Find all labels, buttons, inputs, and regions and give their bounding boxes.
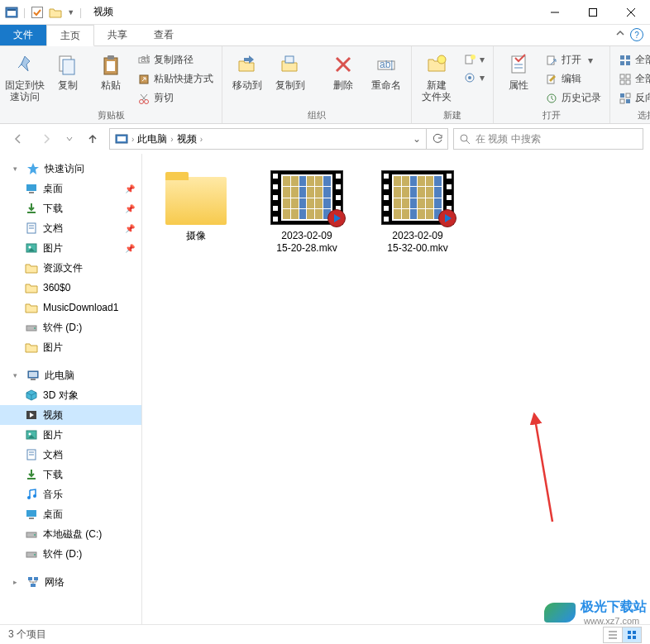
breadcrumb-videos[interactable]: 视频 — [174, 132, 200, 146]
selectall-icon — [619, 54, 632, 67]
search-input[interactable]: 在 视频 中搜索 — [453, 128, 643, 150]
forward-button[interactable] — [35, 129, 58, 149]
sidebar-item-label: 图片 — [43, 241, 63, 255]
tree-thispc[interactable]: ▾ 此电脑 — [0, 365, 141, 385]
collapse-ribbon-button[interactable] — [615, 28, 625, 38]
video-file-item[interactable]: 2023-02-09 15-32-00.mkv — [372, 170, 463, 255]
sidebar-item[interactable]: 下载 — [0, 465, 141, 484]
sidebar-item[interactable]: 文档 — [0, 445, 141, 465]
checkbox-icon[interactable] — [31, 6, 44, 19]
paste-shortcut-button[interactable]: 粘贴快捷方式 — [134, 70, 217, 88]
delete-button[interactable]: 删除 — [323, 48, 363, 91]
newfolder-button[interactable]: 新建 文件夹 — [417, 48, 456, 103]
properties-icon — [505, 51, 532, 78]
newitem-button[interactable]: ▾ — [460, 51, 488, 68]
tree-network[interactable]: ▸ 网络 — [0, 572, 141, 592]
svg-rect-64 — [31, 379, 36, 380]
sidebar-item[interactable]: 桌面📌 — [0, 179, 141, 198]
chevron-down-icon[interactable]: ▾ — [13, 371, 22, 379]
sidebar-item[interactable]: MusicDownload1 — [0, 298, 141, 317]
breadcrumb-sep[interactable]: › — [200, 135, 203, 144]
close-button[interactable] — [612, 0, 650, 25]
breadcrumb-root[interactable] — [112, 133, 131, 145]
breadcrumb-pc[interactable]: 此电脑 — [134, 132, 170, 146]
icons-view-button[interactable] — [622, 627, 642, 643]
download-icon — [25, 468, 38, 481]
sidebar-item[interactable]: 图片📌 — [0, 238, 141, 258]
svg-rect-46 — [620, 99, 624, 103]
details-view-button[interactable] — [603, 627, 623, 643]
svg-rect-11 — [108, 55, 114, 60]
sidebar-item[interactable]: 音乐 — [0, 484, 141, 504]
svg-rect-90 — [628, 636, 631, 639]
rename-button[interactable]: ab| 重命名 — [366, 48, 406, 91]
3d-icon — [25, 389, 38, 402]
document-icon — [25, 222, 38, 235]
cut-button[interactable]: 剪切 — [134, 89, 217, 107]
tab-file[interactable]: 文件 — [0, 25, 46, 45]
sidebar-item[interactable]: 图片 — [0, 337, 141, 357]
file-list[interactable]: 摄像2023-02-09 15-20-28.mkv2023-02-09 15-3… — [142, 154, 650, 624]
newitem-icon — [463, 53, 476, 66]
folder-item[interactable]: 摄像 — [151, 170, 241, 242]
ribbon-group-organize: 移动到 复制到 删除 ab| 重命名 组织 — [222, 46, 412, 123]
sidebar-item[interactable]: 文档📌 — [0, 218, 141, 238]
sidebar-item[interactable]: 软件 (D:) — [0, 544, 141, 564]
sidebar-item[interactable]: 桌面 — [0, 504, 141, 524]
sidebar-item-label: 下载 — [43, 468, 63, 482]
addressbar[interactable]: › 此电脑 › 视频 › ⌄ — [109, 128, 427, 150]
ribbon: 固定到快 速访问 复制 粘贴 abc复制路径 粘贴快捷方式 剪切 剪贴板 移动到 — [0, 46, 650, 124]
maximize-button[interactable] — [574, 0, 612, 25]
back-button[interactable] — [7, 129, 30, 149]
easyaccess-button[interactable]: ▾ — [460, 69, 488, 86]
search-icon — [459, 133, 471, 145]
selectall-button[interactable]: 全部选择 — [615, 51, 650, 69]
sidebar-item[interactable]: 下载📌 — [0, 198, 141, 218]
document-icon — [25, 448, 38, 461]
edit-button[interactable]: 编辑 — [542, 70, 605, 88]
moveto-button[interactable]: 移动到 — [227, 48, 267, 91]
group-label: 组织 — [227, 109, 406, 123]
properties-button[interactable]: 属性 — [499, 48, 538, 91]
svg-rect-53 — [29, 192, 34, 193]
tab-view[interactable]: 查看 — [141, 25, 187, 45]
paste-button[interactable]: 粘贴 — [91, 48, 131, 91]
up-button[interactable] — [81, 129, 104, 149]
tab-share[interactable]: 共享 — [94, 25, 141, 45]
tab-home[interactable]: 主页 — [46, 25, 94, 46]
folder-icon — [160, 170, 232, 225]
copy-path-button[interactable]: abc复制路径 — [134, 51, 217, 69]
sidebar-item[interactable]: 图片 — [0, 425, 141, 445]
ribbon-group-new: 新建 文件夹 ▾ ▾ 新建 — [412, 46, 494, 123]
pin-button[interactable]: 固定到快 速访问 — [5, 48, 45, 103]
help-button[interactable]: ? — [630, 28, 643, 41]
sidebar-item[interactable]: 3D 对象 — [0, 385, 141, 405]
chevron-down-icon[interactable]: ▾ — [13, 165, 22, 173]
selectinvert-button[interactable]: 反向选择 — [615, 89, 650, 107]
recent-button[interactable] — [63, 129, 76, 149]
chevron-right-icon[interactable]: ▸ — [13, 578, 22, 586]
sidebar-item[interactable]: 软件 (D:) — [0, 317, 141, 337]
sidebar-item[interactable]: 视频 — [0, 405, 141, 425]
minimize-button[interactable] — [536, 0, 574, 25]
sidebar-item[interactable]: 资源文件 — [0, 258, 141, 278]
svg-rect-52 — [26, 184, 36, 191]
open-button[interactable]: 打开▾ — [542, 51, 605, 69]
folder-icon[interactable] — [49, 6, 62, 19]
copyto-button[interactable]: 复制到 — [270, 48, 310, 91]
sidebar-item-label: 桌面 — [43, 508, 63, 522]
qat-dropdown[interactable]: ▼ — [67, 8, 74, 17]
refresh-button[interactable] — [427, 128, 448, 150]
tree-quickaccess[interactable]: ▾ 快速访问 — [0, 159, 141, 179]
navigation-pane[interactable]: ▾ 快速访问 桌面📌下载📌文档📌图片📌资源文件360$0MusicDownloa… — [0, 154, 142, 624]
svg-rect-71 — [27, 478, 36, 479]
sidebar-item[interactable]: 360$0 — [0, 278, 141, 298]
video-file-item[interactable]: 2023-02-09 15-20-28.mkv — [261, 170, 352, 255]
sidebar-item[interactable]: 本地磁盘 (C:) — [0, 524, 141, 544]
address-dropdown[interactable]: ⌄ — [409, 133, 424, 145]
history-button[interactable]: 历史记录 — [542, 89, 605, 107]
selectnone-button[interactable]: 全部取消 — [615, 70, 650, 88]
group-label: 剪贴板 — [5, 109, 217, 123]
cut-icon — [137, 92, 151, 105]
copy-button[interactable]: 复制 — [48, 48, 88, 91]
